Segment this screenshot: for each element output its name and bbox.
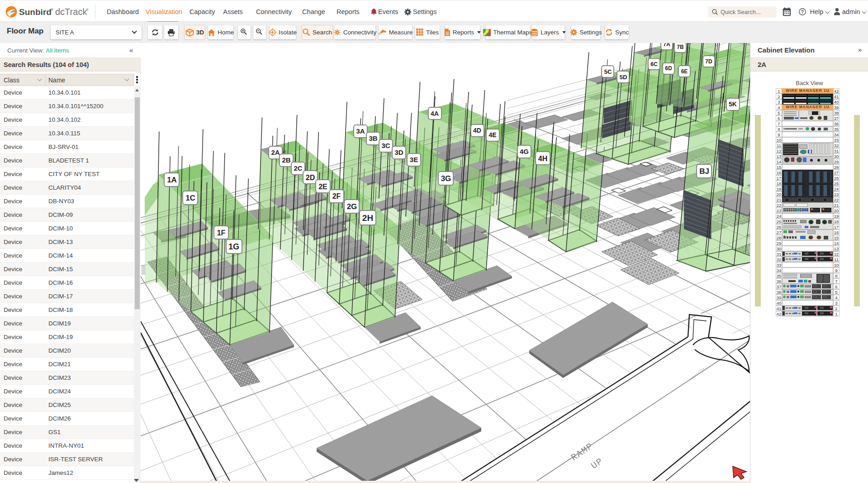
- svg-text:2H: 2H: [362, 213, 373, 223]
- svg-text:1G: 1G: [228, 242, 239, 251]
- svg-text:5D: 5D: [620, 74, 627, 81]
- svg-text:7B: 7B: [677, 44, 684, 50]
- svg-text:5K: 5K: [729, 100, 737, 108]
- svg-text:1C: 1C: [185, 194, 195, 202]
- svg-text:1F: 1F: [217, 229, 226, 237]
- svg-text:7D: 7D: [705, 58, 712, 65]
- svg-text:®: ®: [51, 8, 53, 12]
- svg-text:6E: 6E: [681, 68, 688, 75]
- svg-text:3C: 3C: [381, 142, 390, 149]
- svg-text:2B: 2B: [282, 156, 290, 164]
- svg-text:3G: 3G: [441, 174, 451, 183]
- svg-text:5C: 5C: [604, 68, 612, 75]
- svg-text:7A: 7A: [663, 43, 670, 48]
- svg-text:?: ?: [801, 9, 804, 14]
- svg-text:3D: 3D: [394, 148, 403, 156]
- svg-text:dcTrack: dcTrack: [55, 7, 87, 17]
- svg-text:4H: 4H: [538, 155, 547, 163]
- svg-text:Sunbird: Sunbird: [19, 7, 52, 17]
- svg-text:1A: 1A: [167, 176, 177, 184]
- svg-text:2C: 2C: [294, 164, 302, 172]
- svg-text:3E: 3E: [410, 156, 418, 163]
- svg-text:2D: 2D: [306, 174, 315, 182]
- svg-text:4A: 4A: [431, 110, 439, 117]
- svg-text:2E: 2E: [318, 183, 327, 191]
- svg-text:2G: 2G: [347, 202, 357, 211]
- svg-text:4G: 4G: [520, 148, 529, 155]
- svg-text:3B: 3B: [369, 134, 377, 142]
- svg-text:4D: 4D: [473, 127, 481, 134]
- svg-text:2F: 2F: [332, 192, 341, 200]
- svg-text:®: ®: [86, 8, 89, 12]
- svg-text:4E: 4E: [489, 131, 496, 139]
- svg-text:6C: 6C: [650, 61, 658, 67]
- svg-text:3A: 3A: [356, 127, 365, 135]
- svg-text:2A: 2A: [271, 148, 280, 156]
- svg-text:BJ: BJ: [699, 167, 709, 176]
- svg-text:6D: 6D: [665, 65, 672, 72]
